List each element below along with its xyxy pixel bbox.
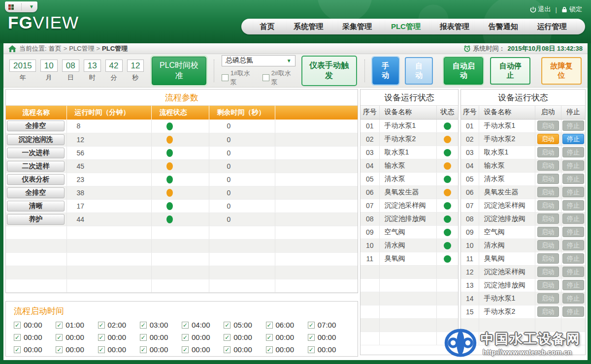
schedule-slot[interactable]: ✓00:00 <box>98 333 140 341</box>
schedule-slot[interactable]: ✓00:00 <box>56 333 98 341</box>
device-stop-button[interactable]: 停止 <box>562 280 584 290</box>
device-stop-button[interactable]: 停止 <box>562 200 584 211</box>
process-name-button[interactable]: 全排空 <box>7 187 65 198</box>
checkbox[interactable]: ✓ <box>224 346 230 353</box>
checkbox[interactable]: ✓ <box>266 322 273 329</box>
device-start-button[interactable]: 启动 <box>537 147 559 157</box>
process-name-button[interactable]: 二次进样 <box>7 161 65 172</box>
auto-stop-button[interactable]: 自动停止 <box>490 57 530 85</box>
checkbox[interactable]: ✓ <box>224 322 230 329</box>
checkbox[interactable]: ✓ <box>140 334 147 341</box>
checkbox[interactable]: ✓ <box>308 334 315 341</box>
auto-mode-button[interactable]: 自动 <box>405 57 433 85</box>
device-stop-button[interactable]: 停止 <box>562 134 584 144</box>
device-start-button[interactable]: 启动 <box>537 174 559 184</box>
device-start-button[interactable]: 启动 <box>537 134 559 144</box>
pump-checkbox[interactable]: 1#取水泵 <box>222 69 255 87</box>
breadcrumb-segment[interactable]: 首页 <box>49 45 62 52</box>
checkbox[interactable]: ✓ <box>56 346 63 353</box>
datetime-value[interactable]: 13 <box>84 60 101 72</box>
checkbox[interactable]: ✓ <box>266 334 273 341</box>
breadcrumb-segment[interactable]: PLC管理 <box>69 45 94 52</box>
checkbox[interactable]: ✓ <box>182 334 189 341</box>
schedule-slot[interactable]: ✓00:00 <box>266 345 308 354</box>
device-start-button[interactable]: 启动 <box>537 293 559 303</box>
manual-mode-button[interactable]: 手动 <box>372 57 399 85</box>
datetime-value[interactable]: 12 <box>127 60 144 72</box>
device-start-button[interactable]: 启动 <box>537 213 559 224</box>
checkbox[interactable] <box>263 74 269 81</box>
datetime-value[interactable]: 2015 <box>9 60 36 72</box>
schedule-slot[interactable]: ✓07:00 <box>308 321 350 329</box>
device-start-button[interactable]: 启动 <box>537 160 559 171</box>
device-start-button[interactable]: 启动 <box>537 306 559 317</box>
process-name-button[interactable]: 沉淀池润洗 <box>7 134 65 145</box>
logout-button[interactable]: 退出 <box>530 5 551 14</box>
manual-trigger-button[interactable]: 仪表手动触发 <box>301 56 357 86</box>
schedule-slot[interactable]: ✓00:00 <box>308 333 350 341</box>
schedule-slot[interactable]: ✓05:00 <box>224 321 265 329</box>
device-stop-button[interactable]: 停止 <box>562 147 584 157</box>
plc-time-calibrate-button[interactable]: PLC时间校准 <box>152 57 206 85</box>
checkbox[interactable]: ✓ <box>308 346 315 353</box>
checkbox[interactable] <box>222 74 229 81</box>
schedule-slot[interactable]: ✓01:00 <box>56 321 98 329</box>
checkbox[interactable]: ✓ <box>98 346 105 353</box>
fault-reset-button[interactable]: 故障复位 <box>541 57 582 85</box>
schedule-slot[interactable]: ✓00:00 <box>308 345 350 354</box>
device-stop-button[interactable]: 停止 <box>562 160 584 171</box>
checkbox[interactable]: ✓ <box>14 334 21 341</box>
breadcrumb-segment[interactable]: PLC管理 <box>102 45 128 52</box>
skin-selector[interactable]: ▼ <box>5 1 37 12</box>
checkbox[interactable]: ✓ <box>14 322 21 329</box>
nav-item[interactable]: 采集管理 <box>342 22 372 31</box>
schedule-slot[interactable]: ✓00:00 <box>182 333 224 341</box>
device-start-button[interactable]: 启动 <box>537 227 559 237</box>
auto-start-button[interactable]: 自动启动 <box>444 57 483 85</box>
schedule-slot[interactable]: ✓00:00 <box>140 333 182 341</box>
device-stop-button[interactable]: 停止 <box>562 267 584 277</box>
checkbox[interactable]: ✓ <box>98 322 105 329</box>
checkbox[interactable]: ✓ <box>140 322 147 329</box>
pump-checkbox[interactable]: 2#取水泵 <box>263 69 296 87</box>
checkbox[interactable]: ✓ <box>56 322 63 329</box>
checkbox[interactable]: ✓ <box>140 346 147 353</box>
schedule-slot[interactable]: ✓00:00 <box>224 345 265 354</box>
process-name-button[interactable]: 清晰 <box>7 201 65 212</box>
schedule-slot[interactable]: ✓00:00 <box>14 345 56 354</box>
schedule-slot[interactable]: ✓04:00 <box>182 321 224 329</box>
process-name-button[interactable]: 养护 <box>7 214 65 225</box>
device-start-button[interactable]: 启动 <box>537 121 559 131</box>
meter-select[interactable]: 总磷总氮 ▼ <box>222 55 296 66</box>
device-start-button[interactable]: 启动 <box>537 253 559 264</box>
device-stop-button[interactable]: 停止 <box>562 174 584 184</box>
nav-item[interactable]: 报表管理 <box>440 22 469 31</box>
schedule-slot[interactable]: ✓00:00 <box>14 333 56 341</box>
checkbox[interactable]: ✓ <box>14 346 21 353</box>
device-stop-button[interactable]: 停止 <box>562 306 584 317</box>
process-name-button[interactable]: 全排空 <box>7 121 65 131</box>
device-start-button[interactable]: 启动 <box>537 280 559 290</box>
checkbox[interactable]: ✓ <box>224 334 230 341</box>
checkbox[interactable]: ✓ <box>308 322 315 329</box>
device-start-button[interactable]: 启动 <box>537 267 559 277</box>
nav-item[interactable]: 运行管理 <box>537 22 566 31</box>
schedule-slot[interactable]: ✓00:00 <box>140 345 182 354</box>
nav-item[interactable]: 首页 <box>260 22 274 31</box>
schedule-slot[interactable]: ✓00:00 <box>182 345 224 354</box>
device-stop-button[interactable]: 停止 <box>562 293 584 303</box>
datetime-value[interactable]: 42 <box>105 60 123 72</box>
device-start-button[interactable]: 启动 <box>537 200 559 211</box>
datetime-value[interactable]: 08 <box>62 60 79 72</box>
process-name-button[interactable]: 一次进样 <box>7 148 65 158</box>
datetime-value[interactable]: 10 <box>40 60 58 72</box>
checkbox[interactable]: ✓ <box>266 346 273 353</box>
device-start-button[interactable]: 启动 <box>537 187 559 197</box>
schedule-slot[interactable]: ✓00:00 <box>98 345 140 354</box>
schedule-slot[interactable]: ✓00:00 <box>56 345 98 354</box>
lock-button[interactable]: 锁定 <box>561 5 582 14</box>
checkbox[interactable]: ✓ <box>182 346 189 353</box>
device-stop-button[interactable]: 停止 <box>562 227 584 237</box>
checkbox[interactable]: ✓ <box>182 322 189 329</box>
checkbox[interactable]: ✓ <box>56 334 63 341</box>
